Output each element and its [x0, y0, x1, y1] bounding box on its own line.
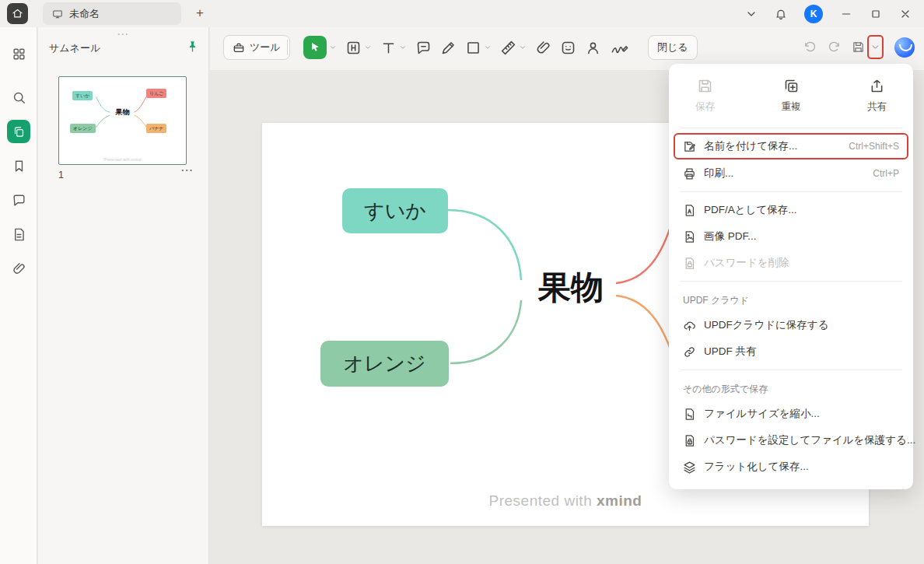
menu-item-remove-password: パスワードを削除 [669, 250, 913, 276]
mini-center-topic: 果物 [116, 107, 130, 117]
paperclip-icon [535, 40, 551, 56]
document-tab-title: 未命名 [69, 7, 100, 21]
chevron-down-icon[interactable] [745, 8, 758, 20]
menu-item-label: UPDFクラウドに保存する [704, 318, 828, 332]
pdfa-icon [683, 204, 696, 217]
sidebar-item-comments[interactable] [0, 183, 37, 217]
comment-pencil-icon [415, 40, 432, 56]
menu-item-protect-with-password[interactable]: パスワードを設定してファイルを保護する... [669, 427, 913, 454]
sticker-tool[interactable] [560, 40, 576, 56]
home-button[interactable] [7, 3, 28, 24]
menu-action-label: 重複 [782, 100, 801, 114]
menu-item-label: 画像 PDF... [704, 229, 757, 243]
tools-button[interactable]: ツール [223, 35, 290, 60]
pin-icon[interactable] [186, 40, 199, 53]
menu-item-save-as-pdfa[interactable]: PDF/Aとして保存... [669, 197, 913, 223]
signature-icon [610, 40, 630, 56]
sidebar-item-thumbnails[interactable] [0, 114, 37, 149]
paperclip-icon [12, 261, 26, 276]
comment-tool[interactable] [415, 40, 432, 56]
menu-item-label: パスワードを削除 [704, 256, 789, 270]
menu-item-label: フラット化して保存... [704, 460, 809, 474]
toolbox-icon [233, 41, 245, 54]
stamp-tool[interactable] [585, 40, 601, 56]
menu-divider [680, 281, 902, 282]
share-icon [869, 78, 885, 94]
thumbnail-more-button[interactable]: ⋯ [180, 164, 193, 177]
pencil-tool[interactable] [440, 40, 457, 56]
chevron-down-icon [399, 44, 407, 51]
toolbar: 閉じる [303, 35, 698, 60]
menu-item-flatten-save[interactable]: フラット化して保存... [669, 454, 913, 480]
smiley-icon [560, 40, 576, 56]
save-icon[interactable] [852, 40, 865, 54]
redo-icon[interactable] [828, 40, 841, 54]
menu-action-save: 保存 [695, 78, 715, 114]
chevron-down-icon [519, 44, 527, 51]
menu-item-label: 名前を付けて保存... [704, 139, 797, 153]
undo-icon[interactable] [803, 40, 817, 54]
maximize-icon[interactable] [870, 8, 882, 20]
thumbnail-panel: ⋯ サムネール 果物 すいか りんご オレンジ バナナ Presented wi… [38, 27, 209, 564]
chevron-down-icon [364, 44, 372, 51]
menu-item-label: UPDF 共有 [704, 345, 757, 359]
image-pdf-icon [683, 230, 696, 243]
menu-action-duplicate[interactable]: 重複 [782, 78, 801, 114]
toolbar-separator [287, 40, 288, 55]
sidebar-item-organize-pages[interactable] [0, 217, 37, 251]
menu-item-reduce-file-size[interactable]: ファイルサイズを縮小... [669, 401, 913, 427]
page-thumbnail[interactable]: 果物 すいか りんご オレンジ バナナ Presented with xmind [58, 76, 187, 165]
close-editor-label: 閉じる [657, 40, 688, 54]
comment-bubble-icon [12, 193, 26, 208]
menu-item-shortcut: Ctrl+P [873, 168, 899, 179]
sidebar-item-attachments[interactable] [0, 251, 37, 286]
close-window-icon[interactable] [899, 8, 912, 20]
home-icon [12, 8, 23, 19]
document-tab[interactable]: 未命名 [43, 2, 181, 25]
menu-item-save-to-updf-cloud[interactable]: UPDFクラウドに保存する [669, 312, 913, 338]
close-editor-button[interactable]: 閉じる [648, 35, 698, 60]
menu-item-print[interactable]: 印刷... Ctrl+P [669, 160, 913, 187]
select-tool[interactable] [303, 36, 337, 59]
minimize-icon[interactable] [840, 8, 852, 20]
thumbnail-panel-title: サムネール [49, 41, 100, 55]
sidebar-item-bookmarks[interactable] [0, 149, 37, 183]
pencil-icon [440, 40, 457, 56]
menu-item-image-pdf[interactable]: 画像 PDF... [669, 223, 913, 250]
mini-watermark: Presented with xmind [59, 157, 186, 162]
menu-item-label: 印刷... [704, 166, 733, 180]
shape-tool[interactable] [465, 40, 492, 56]
panel-drag-handle[interactable]: ⋯ [38, 27, 208, 41]
text-tool[interactable] [380, 40, 407, 56]
tools-button-label: ツール [250, 40, 281, 54]
attachment-tool[interactable] [535, 40, 551, 56]
save-dropdown-menu: 保存 重複 共有 名前を付けて保存... Ctrl+Shift+S 印刷... … [669, 64, 913, 489]
notification-bell-icon[interactable] [775, 8, 787, 20]
menu-action-share[interactable]: 共有 [867, 78, 887, 114]
menu-action-label: 保存 [695, 100, 715, 114]
mini-node-orange: オレンジ [70, 124, 96, 133]
highlight-tool[interactable] [345, 40, 372, 56]
pages-icon [12, 125, 26, 138]
document-icon [12, 227, 26, 242]
sidebar-item-search[interactable] [0, 80, 37, 114]
save-dropdown-chevron[interactable] [870, 42, 880, 52]
bookmark-icon [12, 159, 26, 173]
mindmap-node-suika[interactable]: すいか [342, 188, 448, 233]
save-menu-highlight-ring [867, 35, 884, 59]
link-icon [683, 345, 696, 359]
lock-icon [683, 434, 696, 447]
flatten-icon [683, 461, 696, 474]
updf-ai-button[interactable] [894, 37, 915, 58]
measure-tool[interactable] [500, 40, 527, 56]
user-avatar[interactable]: K [804, 5, 823, 23]
search-icon [12, 90, 26, 105]
new-tab-button[interactable]: + [191, 5, 208, 22]
mindmap-center-topic[interactable]: 果物 [538, 266, 604, 310]
mindmap-node-orange[interactable]: オレンジ [320, 341, 449, 387]
apps-grid-icon [12, 47, 26, 61]
sidebar-item-apps[interactable] [0, 37, 37, 71]
menu-item-updf-share[interactable]: UPDF 共有 [669, 338, 913, 365]
menu-item-save-as[interactable]: 名前を付けて保存... Ctrl+Shift+S [674, 133, 908, 159]
signature-tool[interactable] [610, 40, 630, 56]
